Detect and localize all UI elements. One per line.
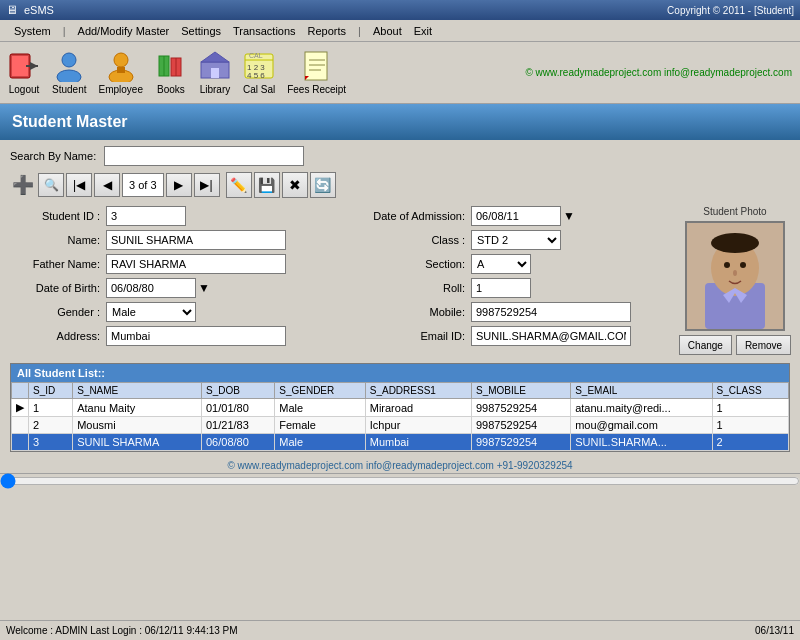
email-input[interactable] — [471, 326, 631, 346]
next-button[interactable]: ▶ — [166, 173, 192, 197]
form-left: Student ID : Name: Father Name: Date of … — [10, 206, 335, 355]
col-s_id: S_ID — [29, 383, 73, 399]
last-button[interactable]: ▶| — [194, 173, 220, 197]
photo-section: Student Photo — [680, 206, 790, 355]
change-photo-button[interactable]: Change — [679, 335, 732, 355]
gender-label: Gender : — [10, 306, 100, 318]
svg-point-28 — [711, 233, 759, 253]
employee-button[interactable]: Employee — [98, 50, 142, 95]
menu-transactions[interactable]: Transactions — [233, 25, 296, 37]
status-text: Welcome : ADMIN Last Login : 06/12/11 9:… — [6, 625, 238, 636]
prev-button[interactable]: ◀ — [94, 173, 120, 197]
fees-receipt-button[interactable]: Fees Receipt — [287, 50, 346, 95]
main-content: Search By Name: ➕ 🔍 |◀ ◀ 3 of 3 ▶ ▶| ✏️ … — [0, 140, 800, 458]
delete-button[interactable]: ✖ — [282, 172, 308, 198]
web-info: © www.readymadeproject.com info@readymad… — [525, 67, 792, 78]
gender-select[interactable]: Male Female — [106, 302, 196, 322]
search-label: Search By Name: — [10, 150, 96, 162]
remove-photo-button[interactable]: Remove — [736, 335, 791, 355]
menu-reports[interactable]: Reports — [308, 25, 347, 37]
svg-rect-14 — [211, 68, 219, 78]
library-label: Library — [200, 84, 231, 95]
employee-label: Employee — [98, 84, 142, 95]
father-name-label: Father Name: — [10, 258, 100, 270]
student-id-label: Student ID : — [10, 210, 100, 222]
date-of-admission-label: Date of Admission: — [345, 210, 465, 222]
footer-web-info: © www.readymadeproject.com info@readymad… — [0, 458, 800, 473]
library-button[interactable]: Library — [199, 50, 231, 95]
dob-calendar-icon[interactable]: ▼ — [198, 281, 210, 295]
col-s_gender: S_GENDER — [275, 383, 366, 399]
table-row[interactable]: ▶1Atanu Maity01/01/80MaleMiraroad9987529… — [12, 399, 789, 417]
photo-label: Student Photo — [703, 206, 766, 217]
address-input[interactable] — [106, 326, 286, 346]
menu-settings[interactable]: Settings — [181, 25, 221, 37]
roll-input[interactable] — [471, 278, 531, 298]
cal-sal-icon: CAL 1 2 3 4 5 6 — [243, 50, 275, 82]
menu-sep1: | — [63, 25, 66, 37]
menu-system[interactable]: System — [14, 25, 51, 37]
search-bar: Search By Name: — [10, 146, 790, 166]
svg-point-3 — [62, 53, 76, 67]
page-title: Student Master — [12, 113, 128, 131]
h-scroll-slider[interactable] — [0, 473, 800, 489]
form-right: Date of Admission: ▼ Class : STD 2 STD 1… — [345, 206, 670, 355]
h-scrollbar[interactable] — [0, 473, 800, 487]
status-date: 06/13/11 — [755, 625, 794, 636]
col-indicator — [12, 383, 29, 399]
svg-rect-20 — [305, 52, 327, 80]
svg-point-5 — [114, 53, 128, 67]
menu-add-modify[interactable]: Add/Modify Master — [78, 25, 170, 37]
doa-calendar-icon[interactable]: ▼ — [563, 209, 575, 223]
record-counter: 3 of 3 — [122, 173, 164, 197]
cal-sal-label: Cal Sal — [243, 84, 275, 95]
roll-label: Roll: — [345, 282, 465, 294]
class-select[interactable]: STD 2 STD 1 STD 3 — [471, 230, 561, 250]
mobile-input[interactable] — [471, 302, 631, 322]
dob-input[interactable] — [106, 278, 196, 298]
email-label: Email ID: — [345, 330, 465, 342]
name-label: Name: — [10, 234, 100, 246]
page-header: Student Master — [0, 104, 800, 140]
table-row[interactable]: 3SUNIL SHARMA06/08/80MaleMumbai998752925… — [12, 434, 789, 451]
save-button[interactable]: 💾 — [254, 172, 280, 198]
library-icon — [199, 50, 231, 82]
name-input[interactable] — [106, 230, 286, 250]
menu-exit[interactable]: Exit — [414, 25, 432, 37]
add-record-button[interactable]: ➕ — [10, 172, 36, 198]
father-name-input[interactable] — [106, 254, 286, 274]
books-button[interactable]: Books — [155, 50, 187, 95]
student-id-input[interactable] — [106, 206, 186, 226]
svg-marker-13 — [201, 52, 229, 62]
list-header: All Student List:: — [11, 364, 789, 382]
title-bar: 🖥 eSMS Copyright © 2011 - [Student] — [0, 0, 800, 20]
svg-text:4 5 6: 4 5 6 — [247, 71, 265, 80]
first-button[interactable]: |◀ — [66, 173, 92, 197]
date-of-admission-input[interactable] — [471, 206, 561, 226]
refresh-button[interactable]: 🔄 — [310, 172, 336, 198]
fees-receipt-label: Fees Receipt — [287, 84, 346, 95]
find-button[interactable]: 🔍 — [38, 173, 64, 197]
status-bar: Welcome : ADMIN Last Login : 06/12/11 9:… — [0, 620, 800, 640]
svg-point-29 — [724, 262, 730, 268]
col-s_class: S_CLASS — [712, 383, 788, 399]
menu-sep2: | — [358, 25, 361, 37]
student-table: S_ID S_NAME S_DOB S_GENDER S_ADDRESS1 S_… — [11, 382, 789, 451]
col-s_address: S_ADDRESS1 — [365, 383, 471, 399]
menu-about[interactable]: About — [373, 25, 402, 37]
books-label: Books — [157, 84, 185, 95]
section-label: Section: — [345, 258, 465, 270]
student-photo — [685, 221, 785, 331]
fees-receipt-icon — [301, 50, 333, 82]
logout-button[interactable]: Logout — [8, 50, 40, 95]
table-row[interactable]: 2Mousmi01/21/83FemaleIchpur9987529254mou… — [12, 417, 789, 434]
svg-point-4 — [57, 70, 81, 82]
search-input[interactable] — [104, 146, 304, 166]
class-label: Class : — [345, 234, 465, 246]
student-button[interactable]: Student — [52, 50, 86, 95]
dob-label: Date of Birth: — [10, 282, 100, 294]
section-select[interactable]: A B C — [471, 254, 531, 274]
edit-button[interactable]: ✏️ — [226, 172, 252, 198]
cal-sal-button[interactable]: CAL 1 2 3 4 5 6 Cal Sal — [243, 50, 275, 95]
student-table-body: ▶1Atanu Maity01/01/80MaleMiraroad9987529… — [12, 399, 789, 451]
